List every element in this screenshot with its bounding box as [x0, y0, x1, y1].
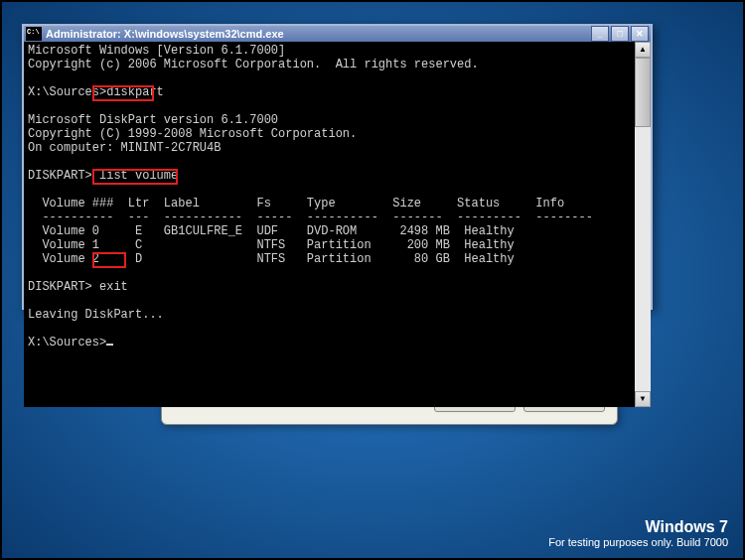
scroll-track[interactable] [635, 127, 651, 391]
close-button[interactable]: ✕ [631, 26, 649, 42]
os-name: Windows 7 [548, 518, 728, 536]
titlebar[interactable]: C:\ Administrator: X:\windows\system32\c… [24, 26, 651, 42]
highlight-list-volume [92, 169, 178, 185]
build-info: For testing purposes only. Build 7000 [548, 536, 728, 548]
cmd-titlebar-icon: C:\ [26, 27, 42, 41]
scroll-thumb[interactable] [635, 58, 651, 127]
cmd-window: C:\ Administrator: X:\windows\system32\c… [22, 24, 653, 310]
cursor [106, 344, 113, 346]
desktop-branding: Windows 7 For testing purposes only. Bui… [548, 518, 728, 548]
terminal-output[interactable]: Microsoft Windows [Version 6.1.7000] Cop… [24, 42, 635, 407]
highlight-diskpart [92, 85, 154, 101]
scroll-up-button[interactable]: ▲ [635, 42, 651, 58]
maximize-button[interactable]: □ [611, 26, 629, 42]
window-title: Administrator: X:\windows\system32\cmd.e… [46, 28, 284, 40]
scroll-down-button[interactable]: ▼ [635, 391, 651, 407]
highlight-exit [92, 252, 126, 268]
minimize-button[interactable]: _ [591, 26, 609, 42]
scrollbar[interactable]: ▲ ▼ [635, 42, 651, 407]
